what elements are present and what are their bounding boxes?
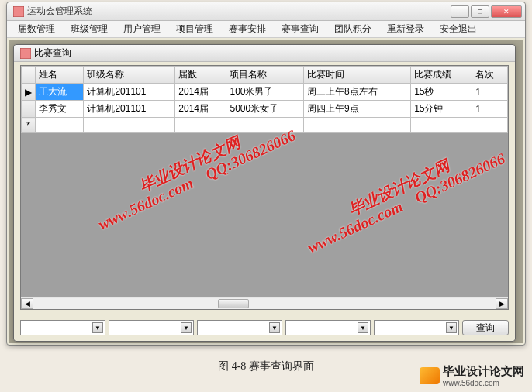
menu-bar: 届数管理 班级管理 用户管理 项目管理 赛事安排 赛事查询 团队积分 重新登录 … (7, 21, 525, 38)
menu-schedule[interactable]: 赛事安排 (221, 21, 274, 37)
cell[interactable]: 15秒 (411, 84, 472, 101)
window-title: 运动会管理系统 (27, 5, 451, 18)
col-time[interactable]: 比赛时间 (303, 67, 410, 84)
col-result[interactable]: 比赛成绩 (411, 67, 472, 84)
logo-icon (420, 367, 440, 384)
menu-query[interactable]: 赛事查询 (274, 21, 326, 37)
filter-combo-1[interactable]: ▼ (20, 320, 105, 335)
menu-user[interactable]: 用户管理 (116, 21, 168, 37)
menu-project[interactable]: 项目管理 (168, 21, 221, 37)
data-grid[interactable]: 姓名 班级名称 届数 项目名称 比赛时间 比赛成绩 名次 ▶ 王大流 计算机20… (20, 65, 509, 310)
table-row[interactable]: 李秀文 计算机201101 2014届 5000米女子 周四上午9点 15分钟 … (22, 101, 508, 118)
new-row[interactable]: * (22, 118, 508, 133)
header-row: 姓名 班级名称 届数 项目名称 比赛时间 比赛成绩 名次 (22, 67, 508, 84)
close-button[interactable]: ✕ (491, 5, 522, 18)
row-selector-icon: ▶ (22, 84, 36, 101)
title-bar[interactable]: 运动会管理系统 — □ ✕ (7, 2, 525, 21)
col-class[interactable]: 班级名称 (84, 67, 175, 84)
svg-rect-0 (13, 6, 24, 17)
menu-relogin[interactable]: 重新登录 (379, 21, 432, 37)
filter-combo-5[interactable]: ▼ (374, 320, 459, 335)
col-event[interactable]: 项目名称 (226, 67, 303, 84)
menu-team[interactable]: 团队积分 (326, 21, 379, 37)
mdi-client: 比赛查询 姓名 班级名称 届数 项目名称 比赛时间 比赛成绩 名次 (9, 40, 523, 343)
maximize-button[interactable]: □ (471, 5, 489, 18)
cell[interactable]: 1 (472, 101, 508, 118)
cell[interactable]: 计算机201101 (84, 101, 175, 118)
menu-period[interactable]: 届数管理 (10, 21, 63, 37)
cell[interactable]: 王大流 (36, 84, 84, 101)
table-row[interactable]: ▶ 王大流 计算机201101 2014届 100米男子 周三上午8点左右 15… (22, 84, 508, 101)
inner-title-bar[interactable]: 比赛查询 (14, 45, 515, 62)
chevron-down-icon: ▼ (358, 322, 368, 333)
cell[interactable]: 15分钟 (411, 101, 472, 118)
cell[interactable]: 1 (472, 84, 508, 101)
col-rank[interactable]: 名次 (472, 67, 508, 84)
new-row-marker: * (22, 118, 36, 133)
footer-brand: 毕业设计论文网 (443, 364, 524, 379)
scroll-thumb[interactable] (218, 299, 249, 308)
cell[interactable]: 周三上午8点左右 (303, 84, 410, 101)
filter-combo-4[interactable]: ▼ (285, 320, 371, 335)
cell[interactable]: 2014届 (175, 101, 226, 118)
inner-window-title: 比赛查询 (34, 46, 71, 60)
minimize-button[interactable]: — (451, 5, 469, 18)
cell[interactable]: 2014届 (175, 84, 226, 101)
cell[interactable]: 5000米女子 (226, 101, 303, 118)
col-period[interactable]: 届数 (175, 67, 226, 84)
filter-combo-3[interactable]: ▼ (197, 320, 282, 335)
app-icon (13, 6, 24, 17)
chevron-down-icon: ▼ (446, 322, 457, 333)
filter-combo-2[interactable]: ▼ (109, 320, 194, 335)
svg-rect-1 (20, 48, 31, 59)
chevron-down-icon: ▼ (92, 322, 103, 333)
chevron-down-icon: ▼ (181, 322, 192, 333)
footer-logo: 毕业设计论文网 www.56doc.com (420, 364, 524, 387)
footer-url: www.56doc.com (443, 379, 524, 387)
cell[interactable]: 计算机201101 (84, 84, 175, 101)
chevron-down-icon: ▼ (269, 322, 280, 333)
menu-class[interactable]: 班级管理 (63, 21, 116, 37)
scroll-left-icon[interactable]: ◀ (21, 298, 33, 309)
cell[interactable]: 周四上午9点 (303, 101, 410, 118)
cell[interactable]: 李秀文 (36, 101, 84, 118)
horizontal-scrollbar[interactable]: ◀ ▶ (21, 297, 508, 309)
query-window: 比赛查询 姓名 班级名称 届数 项目名称 比赛时间 比赛成绩 名次 (13, 44, 516, 342)
menu-exit[interactable]: 安全退出 (432, 21, 485, 37)
cell[interactable]: 100米男子 (226, 84, 303, 101)
scroll-right-icon[interactable]: ▶ (496, 298, 508, 309)
form-icon (20, 48, 31, 59)
query-button[interactable]: 查询 (462, 320, 509, 335)
col-name[interactable]: 姓名 (36, 67, 84, 84)
scroll-track[interactable] (33, 298, 496, 309)
main-window: 运动会管理系统 — □ ✕ 届数管理 班级管理 用户管理 项目管理 赛事安排 赛… (6, 2, 526, 346)
filter-row: ▼ ▼ ▼ ▼ ▼ 查询 (20, 319, 509, 336)
